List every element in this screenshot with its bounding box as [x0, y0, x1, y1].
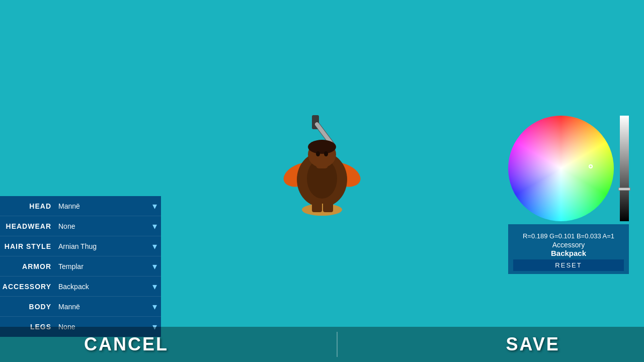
row-label-body: BODY [0, 303, 55, 311]
row-label-armor: ARMOR [0, 262, 55, 270]
color-target-value: Backpack [513, 249, 624, 257]
row-arrow-body[interactable]: ▾ [152, 301, 161, 312]
row-value-headwear: None [55, 222, 152, 230]
row-value-head: Mannë [55, 202, 152, 210]
customize-panel: HEADMannë▾HEADWEARNone▾HAIR STYLEArnian … [0, 196, 161, 337]
bottom-bar: CANCEL SAVE [0, 327, 644, 362]
row-arrow-hair_style[interactable]: ▾ [152, 241, 161, 252]
color-wheel-container [508, 116, 614, 221]
character-area [267, 104, 377, 252]
row-arrow-armor[interactable]: ▾ [152, 261, 161, 272]
rgba-text: R=0.189 G=0.101 B=0.033 A=1 [513, 232, 624, 240]
row-arrow-headwear[interactable]: ▾ [152, 221, 161, 232]
cancel-button[interactable]: CANCEL [84, 334, 169, 355]
color-target-label: Accessory [513, 241, 624, 249]
customize-row-headwear: HEADWEARNone▾ [0, 216, 161, 236]
row-arrow-accessory[interactable]: ▾ [152, 281, 161, 292]
customize-row-body: BODYMannë▾ [0, 297, 161, 317]
svg-rect-14 [323, 202, 333, 212]
save-button[interactable]: SAVE [506, 334, 560, 355]
row-label-accessory: ACCESSORY [0, 283, 55, 291]
row-value-accessory: Backpack [55, 283, 152, 291]
svg-point-10 [316, 151, 320, 156]
row-label-headwear: HEADWEAR [0, 222, 55, 230]
svg-point-11 [324, 151, 328, 156]
character-svg [267, 104, 377, 250]
customize-row-armor: ARMORTemplar▾ [0, 256, 161, 277]
brightness-slider[interactable] [620, 116, 629, 221]
color-info-box: R=0.189 G=0.101 B=0.033 A=1 Accessory Ba… [508, 224, 629, 274]
row-value-hair_style: Arnian Thug [55, 242, 152, 250]
brightness-thumb [618, 188, 630, 191]
svg-point-9 [308, 140, 336, 154]
customize-row-hair_style: HAIR STYLEArnian Thug▾ [0, 236, 161, 256]
customize-row-head: HEADMannë▾ [0, 196, 161, 216]
color-wheel[interactable] [508, 116, 614, 221]
svg-rect-13 [312, 202, 322, 212]
row-value-armor: Templar [55, 262, 152, 270]
row-value-body: Mannë [55, 303, 152, 311]
bottom-divider [337, 332, 338, 357]
color-panel: R=0.189 G=0.101 B=0.033 A=1 Accessory Ba… [508, 116, 629, 274]
row-arrow-head[interactable]: ▾ [152, 201, 161, 212]
row-label-head: HEAD [0, 202, 55, 210]
reset-button[interactable]: RESET [513, 259, 624, 271]
row-label-hair_style: HAIR STYLE [0, 242, 55, 250]
customize-row-accessory: ACCESSORYBackpack▾ [0, 277, 161, 297]
